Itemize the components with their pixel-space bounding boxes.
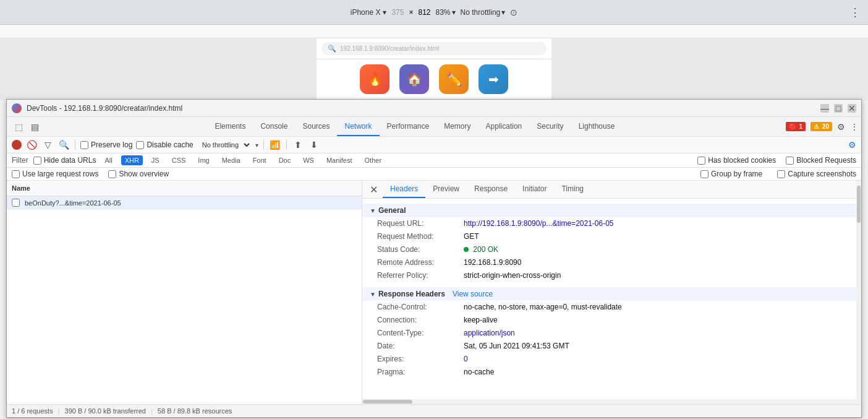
app-icon-3: ✏️ xyxy=(439,64,469,94)
device-toolbar: iPhone X ▾ 375 × 812 83% ▾ No throttling… xyxy=(0,0,868,25)
viewport-content: 🔍 192.168.1.9:8090/creatar/index.html 🔥 … xyxy=(317,38,551,100)
zoom-chevron: ▾ xyxy=(452,8,456,17)
chevron-down-icon: ▾ xyxy=(383,8,386,17)
viewport-urlbar: 🔍 192.168.1.9:8090/creatar/index.html xyxy=(317,38,551,59)
devtools-titlebar: DevTools - 192.168.1.9:8090/creatar/inde… xyxy=(7,100,861,100)
devtools-window: DevTools - 192.168.1.9:8090/creatar/inde… xyxy=(6,99,862,100)
url-bar[interactable]: 🔍 192.168.1.9:8090/creatar/index.html xyxy=(321,42,547,55)
device-selector[interactable]: iPhone X ▾ xyxy=(351,8,387,17)
dimension-x: × xyxy=(409,8,413,17)
throttle-control[interactable]: No throttling ▾ xyxy=(461,8,506,17)
more-options-icon[interactable]: ⋮ xyxy=(849,6,861,19)
dimension-separator: 375 xyxy=(391,8,404,17)
throttle-chevron: ▾ xyxy=(501,8,505,17)
device-label: iPhone X xyxy=(351,8,381,17)
dimension-height: 812 xyxy=(418,8,430,17)
app-icons-row: 🔥 🏠 ✏️ ➡ xyxy=(355,59,513,99)
app-icon-1: 🔥 xyxy=(360,64,389,94)
zoom-control[interactable]: 83% ▾ xyxy=(436,8,456,17)
url-text: 192.168.1.9:8090/creatar/index.html xyxy=(340,45,439,52)
app-icon-4: ➡ xyxy=(479,64,508,94)
search-icon: 🔍 xyxy=(328,45,336,53)
ruler xyxy=(0,25,868,38)
throttle-value: No throttling xyxy=(461,8,501,17)
viewport-preview: 🔍 192.168.1.9:8090/creatar/index.html 🔥 … xyxy=(0,38,868,100)
rotate-icon[interactable]: ⊙ xyxy=(510,7,517,17)
app-icon-2: 🏠 xyxy=(399,64,429,94)
zoom-value: 83% xyxy=(436,8,451,17)
